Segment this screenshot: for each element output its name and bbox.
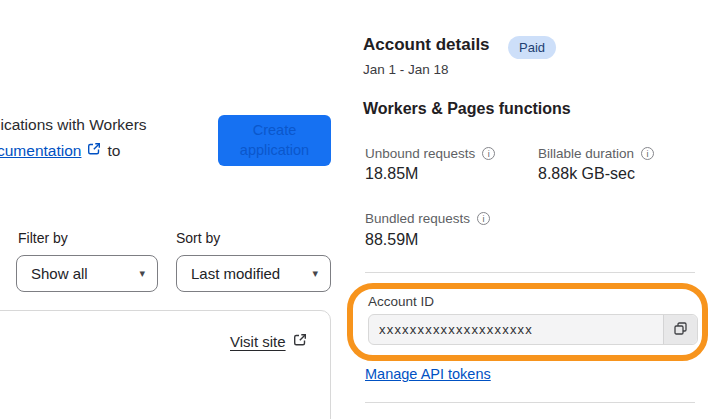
account-id-field-group — [368, 314, 698, 345]
copy-button[interactable] — [663, 315, 697, 344]
documentation-link[interactable]: cumentation — [0, 142, 81, 160]
info-icon[interactable]: i — [477, 212, 490, 225]
create-application-button[interactable]: Create application — [218, 115, 331, 166]
sort-select-value: Last modified — [191, 265, 280, 282]
account-id-input[interactable] — [369, 315, 663, 344]
metric-value-bundled: 88.59M — [365, 231, 418, 249]
metric-value-unbound: 18.85M — [365, 165, 418, 183]
metric-label-bundled: Bundled requests i — [365, 211, 490, 226]
metric-value-billable: 8.88k GB-sec — [538, 165, 635, 183]
intro-text-line2: cumentation to — [0, 142, 120, 160]
filter-by-label: Filter by — [18, 230, 68, 246]
info-icon[interactable]: i — [641, 147, 654, 160]
sort-select[interactable]: Last modified ▾ — [176, 255, 331, 292]
copy-icon — [673, 321, 688, 339]
visit-site-label: Visit site — [230, 333, 286, 350]
intro-text-line1: lications with Workers — [0, 116, 147, 134]
project-card — [0, 310, 331, 419]
chevron-down-icon: ▾ — [312, 267, 318, 280]
divider — [365, 272, 695, 273]
metric-label-billable: Billable duration i — [538, 146, 654, 161]
account-details-title: Account details — [363, 35, 490, 55]
functions-section-title: Workers & Pages functions — [363, 100, 571, 118]
manage-api-tokens-link[interactable]: Manage API tokens — [365, 366, 491, 382]
billing-date-range: Jan 1 - Jan 18 — [363, 62, 449, 77]
metric-label-unbound: Unbound requests i — [365, 146, 495, 161]
intro-text-suffix: to — [107, 142, 120, 160]
account-id-label: Account ID — [368, 294, 434, 309]
chevron-down-icon: ▾ — [139, 267, 145, 280]
paid-status-badge: Paid — [508, 36, 556, 59]
external-link-icon — [293, 333, 307, 350]
sort-by-label: Sort by — [176, 230, 220, 246]
external-link-icon — [87, 142, 101, 160]
visit-site-link[interactable]: Visit site — [230, 333, 307, 350]
filter-select-value: Show all — [31, 265, 88, 282]
divider — [365, 402, 695, 403]
info-icon[interactable]: i — [482, 147, 495, 160]
workers-pages-dashboard: lications with Workers cumentation to Cr… — [0, 0, 718, 419]
filter-select[interactable]: Show all ▾ — [16, 255, 158, 292]
